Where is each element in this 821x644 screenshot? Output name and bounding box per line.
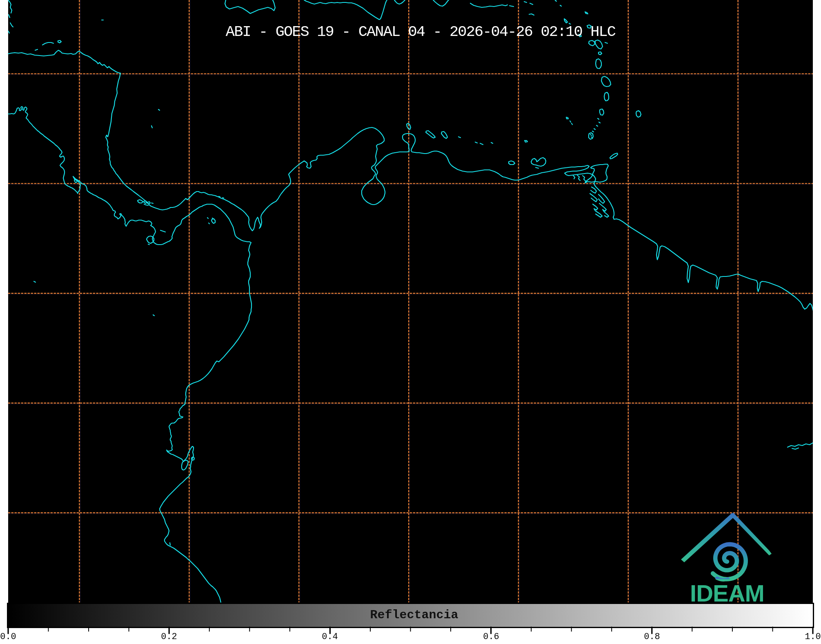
svg-text:IDEAM: IDEAM bbox=[690, 580, 764, 606]
